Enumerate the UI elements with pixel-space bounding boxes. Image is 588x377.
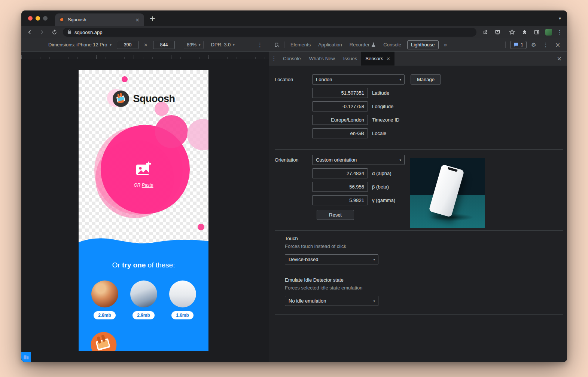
phone-screenshot-photo: [169, 281, 196, 307]
drawer-close-button[interactable]: ×: [552, 55, 567, 62]
toolbar-separator: [284, 42, 284, 48]
timezone-input[interactable]: [312, 115, 368, 125]
extensions-puzzle-button[interactable]: [521, 28, 528, 36]
red-panda-photo: [91, 281, 118, 307]
bookmark-star-button[interactable]: [508, 28, 516, 36]
chevron-down-icon: ▾: [373, 258, 375, 261]
close-window-button[interactable]: [28, 16, 33, 21]
tab-close-icon[interactable]: ×: [134, 17, 140, 23]
pink-blob-decoration: [155, 115, 188, 148]
latitude-label: Latitude: [372, 90, 389, 96]
inspect-element-button[interactable]: [272, 40, 282, 50]
browser-menu-button[interactable]: ⋮: [557, 29, 563, 36]
minimize-window-button[interactable]: [36, 16, 40, 21]
upload-area[interactable]: [79, 161, 208, 176]
samples-section: Or try one of these: 2.8mb 2.9mb: [79, 246, 208, 351]
side-panel-button[interactable]: [533, 28, 540, 36]
drawer-menu-button[interactable]: ⋮: [269, 55, 279, 61]
dpr-select[interactable]: DPR: 3.0 ▾: [211, 42, 235, 47]
tab-recorder[interactable]: Recorder: [346, 38, 380, 51]
viewport-height-input[interactable]: [153, 41, 175, 49]
open-in-new-button[interactable]: [481, 28, 489, 36]
device-toolbar-toggle-button[interactable]: [21, 352, 31, 362]
latitude-input[interactable]: [312, 88, 368, 98]
drawer-tab-whats-new[interactable]: What's New: [305, 52, 339, 65]
sample-image-1[interactable]: 2.8mb: [91, 281, 118, 319]
locale-label: Locale: [372, 131, 386, 136]
device-dimensions-select[interactable]: Dimensions: iPhone 12 Pro ▾: [48, 42, 112, 47]
locale-input[interactable]: [312, 128, 368, 138]
toolbar-separator: [505, 42, 506, 48]
tab-search-chevron-icon[interactable]: ▾: [559, 16, 561, 21]
try-one-heading: Or try one of these:: [79, 246, 208, 269]
squoosh-mascot-partial: [90, 331, 117, 351]
zoom-window-button[interactable]: [43, 16, 48, 21]
devtools-panel: Elements Application Recorder Console Li…: [269, 38, 567, 362]
tab-strip: Squoosh × + ▾: [21, 10, 567, 26]
longitude-input[interactable]: [312, 101, 368, 111]
pink-blob-decoration: [187, 119, 208, 150]
orientation-label: Orientation: [275, 157, 312, 163]
more-tabs-button[interactable]: »: [441, 42, 450, 48]
longitude-label: Longitude: [372, 104, 393, 109]
chevron-down-icon: ▾: [233, 43, 235, 47]
location-select[interactable]: London ▾: [312, 74, 405, 85]
profile-avatar[interactable]: [545, 29, 552, 36]
divider: [275, 272, 563, 272]
new-tab-button[interactable]: +: [149, 15, 156, 22]
orientation-select[interactable]: Custom orientation ▾: [312, 155, 405, 165]
touch-title: Touch: [285, 236, 563, 242]
sample-image-3[interactable]: 1.6mb: [169, 281, 196, 319]
close-sensors-tab-icon[interactable]: ×: [386, 56, 390, 61]
orientation-preview[interactable]: [410, 158, 485, 228]
drawer-tab-console[interactable]: Console: [279, 52, 305, 65]
forward-button[interactable]: [38, 28, 46, 36]
device-toolbar-menu-button[interactable]: ⋮: [257, 42, 263, 48]
notification-count: 1: [521, 42, 523, 47]
notifications-button[interactable]: 1: [510, 41, 527, 49]
install-app-button[interactable]: [494, 28, 501, 36]
touch-section: Touch Forces touch instead of click Devi…: [285, 236, 563, 264]
pink-dot-decoration: [198, 224, 204, 230]
tab-application[interactable]: Application: [314, 38, 346, 51]
gamma-label: γ (gamma): [372, 197, 395, 203]
gamma-input[interactable]: [312, 195, 368, 205]
tab-console[interactable]: Console: [380, 38, 405, 51]
devtools-close-button[interactable]: ×: [553, 40, 563, 50]
browser-window: Squoosh × + ▾ squoosh.app: [21, 10, 567, 362]
device-emulation-pane: Dimensions: iPhone 12 Pro ▾ × 89% ▾ DPR:…: [21, 38, 269, 362]
flask-icon: [371, 42, 376, 47]
idle-description: Forces selected idle state emulation: [285, 285, 563, 291]
reset-orientation-button[interactable]: Reset: [317, 210, 354, 220]
viewport-area: Squoosh OR Paste: [21, 59, 269, 362]
divider: [275, 314, 563, 315]
wave-decoration: [79, 237, 208, 246]
chevron-down-icon: ▾: [399, 78, 401, 82]
manage-locations-button[interactable]: Manage: [411, 74, 441, 85]
devtools-menu-button[interactable]: ⋮: [541, 40, 551, 50]
beta-input[interactable]: [312, 182, 368, 192]
touch-select[interactable]: Device-based ▾: [285, 254, 378, 264]
chevron-down-icon: ▾: [399, 158, 401, 162]
timezone-label: Timezone ID: [372, 117, 399, 123]
back-button[interactable]: [26, 28, 33, 36]
phone-notch: [448, 167, 458, 172]
reload-button[interactable]: [51, 28, 58, 36]
address-bar[interactable]: squoosh.app: [63, 28, 476, 37]
paste-link[interactable]: Paste: [142, 183, 153, 188]
device-viewport: Squoosh OR Paste: [79, 70, 208, 351]
drawer-tab-sensors[interactable]: Sensors ×: [361, 52, 394, 65]
drawer-tab-issues[interactable]: Issues: [339, 52, 362, 65]
sample-image-2[interactable]: 2.9mb: [130, 281, 157, 319]
alpha-input[interactable]: [312, 168, 368, 178]
viewport-width-input[interactable]: [117, 41, 138, 49]
chevron-down-icon: ▾: [373, 299, 375, 303]
squoosh-logo: Squoosh: [79, 90, 208, 107]
idle-select[interactable]: No idle emulation ▾: [285, 296, 378, 306]
browser-tab[interactable]: Squoosh ×: [55, 13, 144, 26]
file-size-badge: 2.8mb: [94, 311, 116, 319]
zoom-select[interactable]: 89% ▾: [184, 41, 204, 49]
tab-lighthouse[interactable]: Lighthouse: [407, 40, 439, 49]
tab-elements[interactable]: Elements: [287, 38, 314, 51]
settings-button[interactable]: ⚙: [529, 40, 539, 50]
